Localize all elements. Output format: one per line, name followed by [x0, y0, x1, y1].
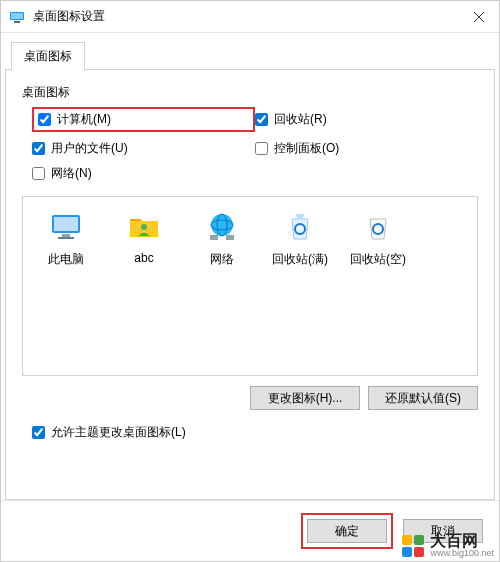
group-label: 桌面图标 — [22, 84, 478, 101]
window-title: 桌面图标设置 — [33, 8, 459, 25]
label-userfiles: 用户的文件(U) — [51, 140, 128, 157]
checkbox-allow-theme[interactable] — [32, 426, 45, 439]
ok-button[interactable]: 确定 — [307, 519, 387, 543]
allow-theme-row: 允许主题更改桌面图标(L) — [22, 424, 478, 441]
svg-rect-2 — [14, 21, 20, 23]
icon-this-pc[interactable]: 此电脑 — [27, 209, 105, 268]
checkbox-recycle[interactable] — [255, 113, 268, 126]
monitor-icon — [48, 209, 84, 245]
app-icon — [9, 9, 25, 25]
checkbox-network[interactable] — [32, 167, 45, 180]
icon-label-recyclefull: 回收站(满) — [272, 251, 328, 268]
svg-rect-7 — [62, 234, 70, 237]
label-network: 网络(N) — [51, 165, 92, 182]
tab-desktop-icons[interactable]: 桌面图标 — [11, 42, 85, 70]
label-recycle: 回收站(R) — [274, 111, 327, 128]
recycle-empty-icon — [360, 209, 396, 245]
folder-user-icon — [126, 209, 162, 245]
svg-rect-13 — [210, 235, 218, 240]
close-button[interactable] — [459, 1, 499, 33]
recycle-full-icon — [282, 209, 318, 245]
icon-user-folder[interactable]: abc — [105, 209, 183, 265]
checkbox-control[interactable] — [255, 142, 268, 155]
icon-label-network: 网络 — [210, 251, 234, 268]
svg-rect-6 — [54, 217, 78, 231]
check-control: 控制面板(O) — [255, 140, 478, 157]
svg-point-10 — [211, 214, 233, 236]
svg-point-9 — [141, 224, 147, 230]
check-userfiles: 用户的文件(U) — [32, 140, 255, 157]
globe-icon — [204, 209, 240, 245]
svg-rect-8 — [58, 237, 74, 239]
dialog-window: 桌面图标设置 桌面图标 桌面图标 计算机(M) 回收站(R) 用户 — [0, 0, 500, 562]
label-computer: 计算机(M) — [57, 111, 111, 128]
icon-preview-box: 此电脑 abc 网络 — [22, 196, 478, 376]
icon-network[interactable]: 网络 — [183, 209, 261, 268]
label-allow-theme: 允许主题更改桌面图标(L) — [51, 424, 186, 441]
icon-label-recycleempty: 回收站(空) — [350, 251, 406, 268]
titlebar: 桌面图标设置 — [1, 1, 499, 33]
tab-header: 桌面图标 — [5, 41, 495, 69]
checkbox-userfiles[interactable] — [32, 142, 45, 155]
icon-label-user: abc — [134, 251, 153, 265]
highlight-computer: 计算机(M) — [32, 107, 255, 132]
close-icon — [474, 12, 484, 22]
restore-defaults-button[interactable]: 还原默认值(S) — [368, 386, 478, 410]
label-control: 控制面板(O) — [274, 140, 339, 157]
checkbox-computer[interactable] — [38, 113, 51, 126]
svg-rect-1 — [11, 13, 23, 19]
icon-label-thispc: 此电脑 — [48, 251, 84, 268]
check-recycle: 回收站(R) — [255, 107, 478, 132]
icon-recycle-empty[interactable]: 回收站(空) — [339, 209, 417, 268]
check-network: 网络(N) — [32, 165, 255, 182]
content-area: 桌面图标 桌面图标 计算机(M) 回收站(R) 用户的文件(U) — [1, 33, 499, 500]
cancel-button[interactable]: 取消 — [403, 519, 483, 543]
dialog-footer: 确定 取消 — [1, 500, 499, 561]
change-icon-button[interactable]: 更改图标(H)... — [250, 386, 360, 410]
checkbox-grid: 计算机(M) 回收站(R) 用户的文件(U) 控制面板(O) 网络(N) — [22, 107, 478, 182]
highlight-ok: 确定 — [301, 513, 393, 549]
svg-rect-14 — [226, 235, 234, 240]
tab-body: 桌面图标 计算机(M) 回收站(R) 用户的文件(U) 控制面板(O) — [5, 69, 495, 500]
icon-button-row: 更改图标(H)... 还原默认值(S) — [22, 386, 478, 410]
icon-recycle-full[interactable]: 回收站(满) — [261, 209, 339, 268]
